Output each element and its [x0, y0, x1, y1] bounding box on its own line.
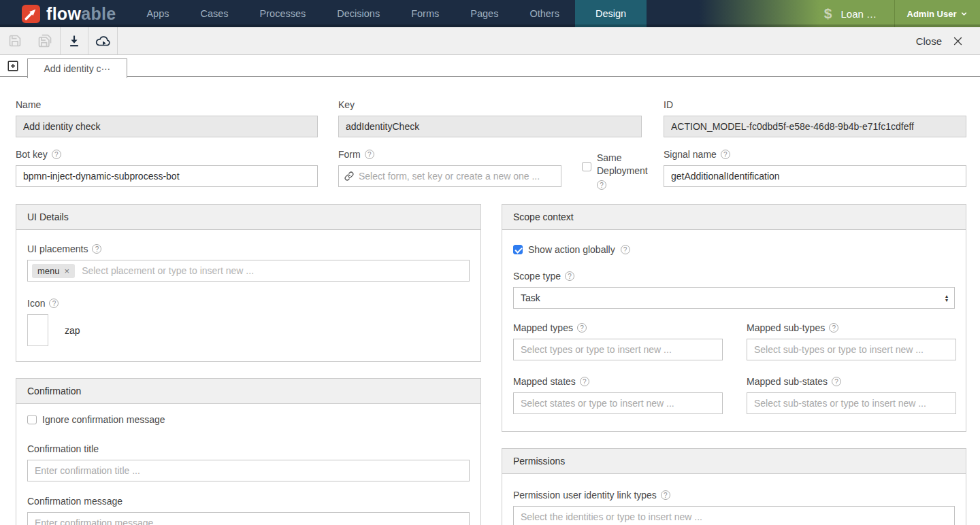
- mapped-sub-types-label: Mapped sub-types?: [747, 322, 956, 334]
- ui-placements-input[interactable]: menu × Select placement or type to inser…: [27, 260, 470, 282]
- id-field: ID: [664, 99, 966, 137]
- id-input[interactable]: [664, 116, 966, 137]
- key-input[interactable]: [338, 116, 642, 137]
- form-label: Form?: [338, 148, 561, 160]
- nav-item-design[interactable]: Design: [575, 0, 647, 27]
- help-icon[interactable]: ?: [49, 299, 59, 308]
- mapped-states-input[interactable]: [513, 392, 723, 414]
- name-input[interactable]: [16, 116, 318, 137]
- nav-item-forms[interactable]: Forms: [395, 0, 455, 27]
- ui-placements-label: UI placements?: [27, 243, 470, 255]
- bot-key-label: Bot key?: [16, 148, 318, 160]
- permission-identity-link-types-field: Permission user identity link types?: [513, 489, 955, 525]
- save-button[interactable]: [0, 27, 30, 55]
- current-app-label: Loan …: [840, 8, 877, 20]
- name-label: Name: [16, 99, 318, 111]
- permission-identity-link-types-label: Permission user identity link types?: [513, 489, 955, 501]
- floppy-stack-icon: [37, 33, 52, 48]
- main-menu: Apps Cases Processes Decisions Forms Pag…: [131, 0, 647, 27]
- download-icon: [67, 34, 81, 48]
- form-field: Form?: [338, 148, 561, 187]
- mapped-types-input[interactable]: [513, 339, 723, 360]
- dollar-icon: $: [824, 5, 832, 22]
- icon-field: Icon? zap: [27, 297, 470, 346]
- bot-key-input[interactable]: [16, 165, 318, 187]
- help-icon[interactable]: ?: [721, 150, 730, 159]
- nav-item-processes[interactable]: Processes: [244, 0, 322, 27]
- confirmation-title-label: Confirmation title: [27, 443, 470, 455]
- mapped-sub-types-field: Mapped sub-types?: [747, 322, 956, 360]
- help-icon[interactable]: ?: [832, 377, 841, 386]
- ui-placements-placeholder: Select placement or type to insert new .…: [82, 265, 254, 276]
- ui-placements-field: UI placements? menu × Select placement o…: [27, 243, 470, 282]
- show-action-globally-checkbox[interactable]: [513, 245, 523, 254]
- permission-identity-link-types-input[interactable]: [513, 506, 955, 525]
- help-icon[interactable]: ?: [829, 323, 838, 333]
- editor-toolbar: Close: [0, 27, 980, 55]
- same-deployment-field: Same Deployment ?: [582, 152, 657, 191]
- mapped-types-label: Mapped types?: [513, 322, 723, 334]
- same-deployment-label: Same Deployment: [597, 152, 648, 176]
- tab-add-identity-check[interactable]: Add identity c⋯: [27, 58, 127, 78]
- icon-name-value: zap: [65, 325, 80, 336]
- action-editor-content: Name Key ID Bot key? Form? Same Deployme…: [0, 77, 980, 525]
- icon-preview-box[interactable]: [27, 314, 48, 346]
- confirmation-title-input[interactable]: [27, 460, 470, 481]
- cloud-play-icon: [95, 33, 111, 49]
- toolbar-divider: [117, 27, 118, 54]
- help-icon[interactable]: ?: [92, 244, 101, 254]
- model-tab-bar: Add identity c⋯: [0, 55, 980, 77]
- confirmation-panel-title: Confirmation: [16, 379, 480, 404]
- new-tab-button[interactable]: [7, 60, 19, 72]
- nav-item-cases[interactable]: Cases: [185, 0, 244, 27]
- logo-wordmark: flowable: [46, 4, 116, 24]
- close-button[interactable]: Close: [916, 35, 942, 47]
- user-name-label: Admin User: [907, 9, 957, 19]
- help-icon[interactable]: ?: [577, 323, 587, 333]
- help-icon[interactable]: ?: [597, 180, 606, 190]
- signal-name-label: Signal name?: [664, 148, 966, 160]
- link-icon: [344, 171, 354, 181]
- current-app-button[interactable]: $ Loan …: [699, 0, 894, 27]
- download-button[interactable]: [61, 27, 88, 55]
- help-icon[interactable]: ?: [52, 150, 61, 159]
- help-icon[interactable]: ?: [365, 150, 374, 159]
- signal-name-input[interactable]: [664, 165, 966, 187]
- user-menu-button[interactable]: Admin User: [894, 0, 980, 27]
- mapped-states-field: Mapped states?: [513, 375, 723, 414]
- ignore-confirmation-checkbox[interactable]: [27, 415, 37, 424]
- help-icon[interactable]: ?: [661, 490, 670, 500]
- ignore-confirmation-row: Ignore confirmation message: [27, 414, 470, 425]
- help-icon[interactable]: ?: [621, 245, 630, 254]
- ignore-confirmation-label: Ignore confirmation message: [42, 414, 165, 425]
- close-x-icon[interactable]: [952, 35, 964, 47]
- bot-key-field: Bot key?: [16, 148, 318, 187]
- permissions-panel-title: Permissions: [502, 449, 966, 474]
- save-all-button[interactable]: [30, 27, 60, 55]
- nav-item-decisions[interactable]: Decisions: [321, 0, 395, 27]
- nav-item-others[interactable]: Others: [514, 0, 575, 27]
- deploy-button[interactable]: [88, 27, 117, 55]
- form-reference-input[interactable]: [338, 165, 561, 187]
- flowable-logo[interactable]: flowable: [0, 0, 131, 27]
- nav-item-apps[interactable]: Apps: [131, 0, 184, 27]
- show-action-globally-label: Show action globally: [528, 244, 615, 255]
- mapped-types-field: Mapped types?: [513, 322, 723, 360]
- key-label: Key: [338, 99, 642, 111]
- scope-type-label: Scope type?: [513, 270, 955, 282]
- show-action-globally-row: Show action globally ?: [513, 244, 955, 255]
- scope-context-panel: Scope context Show action globally ? Sco…: [502, 204, 966, 432]
- confirmation-message-input[interactable]: [27, 512, 470, 525]
- remove-tag-icon[interactable]: ×: [65, 266, 70, 276]
- nav-item-pages[interactable]: Pages: [455, 0, 514, 27]
- scope-type-select[interactable]: Task ▴▾: [513, 287, 955, 309]
- placement-tag-menu: menu ×: [32, 264, 75, 278]
- help-icon[interactable]: ?: [565, 271, 574, 281]
- mapped-sub-types-input[interactable]: [747, 339, 956, 360]
- confirmation-title-field: Confirmation title: [27, 443, 470, 481]
- help-icon[interactable]: ?: [580, 377, 589, 386]
- mapped-sub-states-field: Mapped sub-states?: [747, 375, 956, 414]
- mapped-sub-states-input[interactable]: [747, 392, 956, 414]
- same-deployment-checkbox[interactable]: [582, 162, 591, 171]
- ui-details-panel-title: UI Details: [16, 205, 480, 230]
